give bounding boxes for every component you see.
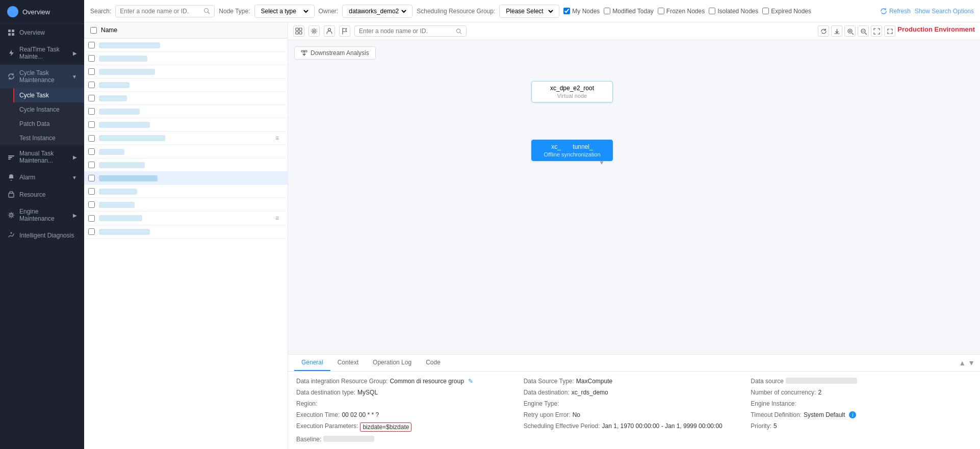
grid-view-icon[interactable]: [293, 25, 304, 37]
tab-general[interactable]: General: [294, 355, 330, 371]
detail-row-datasource: Data source: [751, 378, 972, 385]
detail-row-schedule-period: Scheduling Effective Period: Jan 1, 1970…: [524, 422, 745, 430]
tab-code[interactable]: Code: [419, 355, 448, 371]
engine-instance-label: Engine Instance:: [751, 400, 796, 407]
search-label: Search:: [90, 8, 111, 15]
sidebar-item-cycle-instance[interactable]: Cycle Instance: [19, 102, 84, 117]
node-type-dropdown[interactable]: Select a type: [259, 7, 310, 15]
root-node-title: xc_dpe_e2_root: [538, 85, 606, 92]
fullscreen-icon[interactable]: [884, 25, 895, 37]
person-icon[interactable]: [324, 25, 335, 37]
table-row[interactable]: [84, 52, 288, 65]
owner-dropdown[interactable]: dataworks_demo2: [347, 7, 408, 15]
realtime-chevron: ▶: [73, 50, 77, 56]
modified-today-checkbox[interactable]: Modified Today: [604, 8, 654, 15]
retry-label: Retry upon Error:: [524, 411, 571, 418]
download-icon[interactable]: [831, 25, 842, 37]
svg-point-18: [456, 29, 460, 32]
expired-nodes-checkbox[interactable]: Expired Nodes: [762, 8, 811, 15]
table-row[interactable]: [84, 105, 288, 118]
isolated-nodes-checkbox[interactable]: Isolated Nodes: [709, 8, 758, 15]
tab-operation-log[interactable]: Operation Log: [366, 355, 419, 371]
zoom-out-icon[interactable]: [858, 25, 869, 37]
priority-label: Priority:: [751, 422, 771, 430]
table-row[interactable]: [84, 198, 288, 212]
baseline-label: Baseline:: [296, 436, 321, 443]
details-content: Data integration Resource Group: Common …: [288, 372, 980, 449]
detail-row-concurrency: Number of concurrency: 2: [751, 389, 972, 396]
svg-rect-14: [296, 32, 298, 34]
sidebar-item-test-instance[interactable]: Test Instance: [19, 131, 84, 145]
tab-up-arrow[interactable]: ▲: [959, 359, 966, 367]
timeout-value: System Default: [804, 411, 845, 418]
tab-down-arrow[interactable]: ▼: [968, 359, 975, 367]
bell-icon: [7, 173, 15, 181]
cycle-submenu: Cycle Task Cycle Instance Patch Data Tes…: [0, 88, 84, 145]
priority-value: 5: [773, 422, 777, 430]
graph-search-input[interactable]: [359, 28, 454, 35]
select-all-checkbox[interactable]: [90, 27, 97, 34]
table-row[interactable]: [84, 78, 288, 92]
refresh-graph-icon[interactable]: [818, 25, 829, 37]
svg-rect-4: [8, 155, 14, 156]
downstream-analysis-button[interactable]: Downstream Analysis: [294, 46, 376, 60]
child-node[interactable]: xc_ tunnel_ Offline synchronization: [531, 140, 613, 161]
settings-icon[interactable]: [308, 25, 320, 37]
engine-type-label: Engine Type:: [524, 400, 559, 407]
table-row[interactable]: [84, 92, 288, 105]
region-label: Region:: [296, 400, 317, 407]
diagnosis-icon: [7, 231, 15, 240]
sidebar-item-resource[interactable]: Resource: [0, 186, 84, 203]
graph-connectors: [288, 40, 980, 354]
owner-select[interactable]: dataworks_demo2: [342, 5, 412, 18]
table-row[interactable]: [84, 225, 288, 239]
sidebar-item-diagnosis[interactable]: Intelligent Diagnosis: [0, 227, 84, 244]
sidebar-item-cycle[interactable]: Cycle Task Maintenance ▼: [0, 65, 84, 88]
table-row[interactable]: [84, 38, 288, 52]
svg-rect-6: [8, 159, 11, 160]
dest-value: xc_rds_demo: [572, 389, 608, 396]
table-row[interactable]: [84, 185, 288, 198]
flag-icon[interactable]: [339, 25, 350, 37]
svg-rect-5: [8, 157, 12, 158]
schedule-period-label: Scheduling Effective Period:: [524, 422, 600, 430]
datasource-value: [786, 378, 857, 384]
table-row[interactable]: [84, 172, 288, 185]
sidebar-item-cycle-task[interactable]: Cycle Task: [13, 88, 84, 102]
refresh-icon: [880, 8, 887, 15]
table-row[interactable]: ≡: [84, 212, 288, 225]
zoom-in-icon[interactable]: [844, 25, 856, 37]
resource-group-dropdown[interactable]: Please Select: [504, 7, 555, 15]
node-type-select[interactable]: Select a type: [254, 5, 315, 18]
svg-point-16: [313, 30, 315, 32]
refresh-button[interactable]: Refresh: [880, 8, 911, 15]
table-row[interactable]: [84, 145, 288, 159]
right-panel: Production Environment Downstream Analys…: [288, 22, 980, 449]
sidebar-item-engine[interactable]: Engine Maintenance ▶: [0, 203, 84, 227]
table-row[interactable]: [84, 159, 288, 172]
sidebar-item-manual[interactable]: Manual Task Maintenan... ▶: [0, 145, 84, 169]
sidebar-item-patch-data[interactable]: Patch Data: [19, 117, 84, 131]
sidebar-item-alarm[interactable]: Alarm ▼: [0, 169, 84, 186]
table-row[interactable]: ≡: [84, 131, 288, 145]
search-field-wrapper: [115, 5, 215, 17]
table-row[interactable]: [84, 118, 288, 131]
resource-group-select[interactable]: Please Select: [499, 5, 559, 18]
sidebar-item-overview[interactable]: Overview: [0, 24, 84, 41]
search-input[interactable]: [120, 8, 201, 15]
info-icon[interactable]: i: [849, 411, 856, 418]
engine-label: Engine Maintenance: [19, 208, 73, 222]
detail-row-dest-type: Data destination type: MySQL: [296, 389, 518, 396]
frozen-nodes-checkbox[interactable]: Frozen Nodes: [658, 8, 705, 15]
child-node-box: xc_ tunnel_ Offline synchronization: [531, 140, 613, 161]
sidebar-item-realtime[interactable]: RealTime Task Mainte... ▶: [0, 41, 84, 65]
fit-screen-icon[interactable]: [871, 25, 882, 37]
svg-rect-13: [299, 28, 302, 31]
root-node[interactable]: xc_dpe_e2_root Virtual node: [531, 81, 613, 102]
edit-icon[interactable]: ✎: [468, 378, 473, 385]
my-nodes-checkbox[interactable]: My Nodes: [563, 8, 600, 15]
table-row[interactable]: [84, 65, 288, 78]
cycle-label: Cycle Task Maintenance: [19, 69, 72, 84]
tab-context[interactable]: Context: [330, 355, 366, 371]
show-search-button[interactable]: Show Search Options: [915, 8, 974, 15]
